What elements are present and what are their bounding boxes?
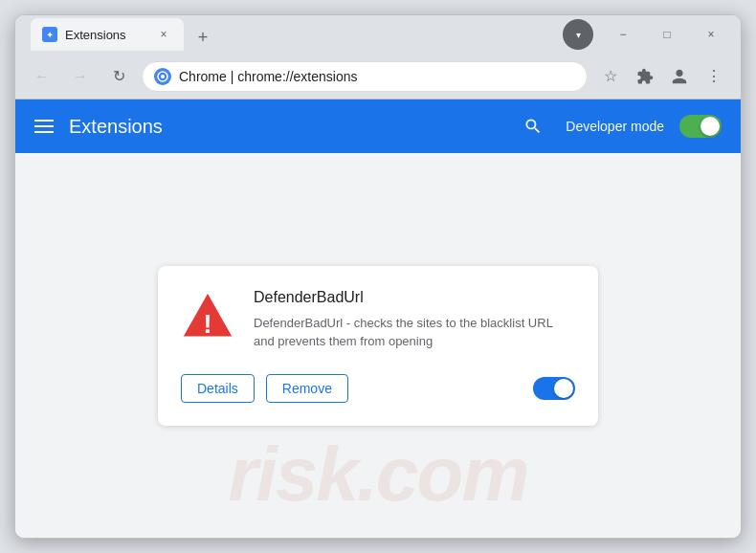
back-button[interactable]: ← [27,61,57,92]
extensions-header: Extensions Developer mode [15,100,741,153]
svg-point-1 [161,75,165,78]
account-button[interactable] [664,61,695,92]
address-bar[interactable]: Chrome | chrome://extensions [142,61,588,92]
developer-mode-label: Developer mode [566,119,664,134]
active-tab[interactable]: Extensions × [31,18,184,51]
menu-line-2 [34,125,54,127]
remove-button[interactable]: Remove [266,374,348,403]
toolbar-icons: ☆ ⋮ [595,61,729,92]
site-name: Chrome [179,69,227,84]
watermark: risk.com [15,431,741,519]
header-right: Developer mode [516,109,722,144]
watermark-text: risk.com [228,431,527,519]
svg-text:!: ! [203,309,211,339]
dropdown-arrow: ▾ [576,30,581,40]
main-content: risk.com ! DefenderBadUrl DefenderBadUrl… [15,153,741,538]
maximize-button[interactable]: □ [645,15,689,54]
bookmark-button[interactable]: ☆ [595,61,626,92]
search-button[interactable] [516,109,550,144]
extensions-button[interactable] [630,61,660,92]
page-title: Extensions [69,116,163,138]
close-button[interactable]: × [689,15,733,54]
window-controls: − □ × [601,15,733,54]
chrome-dropdown-icon[interactable]: ▾ [563,19,593,50]
menu-line-1 [34,120,54,122]
chrome-menu-button[interactable]: ⋮ [699,61,729,92]
developer-mode-toggle[interactable] [679,115,722,138]
tab-bar: Extensions × + [23,18,563,51]
card-top: ! DefenderBadUrl DefenderBadUrl - checks… [181,289,575,351]
reload-button[interactable]: ↻ [103,61,134,92]
title-bar: Extensions × + ▾ − □ × [15,15,741,54]
card-bottom: Details Remove [181,374,575,403]
tab-close-button[interactable]: × [155,26,172,43]
extension-enable-toggle[interactable] [533,377,575,400]
extension-info: DefenderBadUrl DefenderBadUrl - checks t… [254,289,575,351]
details-button[interactable]: Details [181,374,255,403]
extension-description: DefenderBadUrl - checks the sites to the… [254,314,575,351]
menu-line-3 [34,131,54,133]
address-url: chrome://extensions [237,69,357,84]
tab-favicon-icon [42,27,57,42]
site-favicon-icon [154,68,171,85]
warning-icon: ! [181,289,234,343]
extension-card: ! DefenderBadUrl DefenderBadUrl - checks… [158,266,598,426]
browser-window: Extensions × + ▾ − □ × ← → ↻ Chrom [14,14,742,539]
hamburger-menu-button[interactable] [34,120,54,133]
tab-title: Extensions [65,28,147,42]
new-tab-button[interactable]: + [189,24,216,51]
forward-button[interactable]: → [65,61,96,92]
extension-name: DefenderBadUrl [254,289,575,306]
toolbar: ← → ↻ Chrome | chrome://extensions ☆ [15,54,741,100]
minimize-button[interactable]: − [601,15,645,54]
address-text: Chrome | chrome://extensions [179,69,575,84]
